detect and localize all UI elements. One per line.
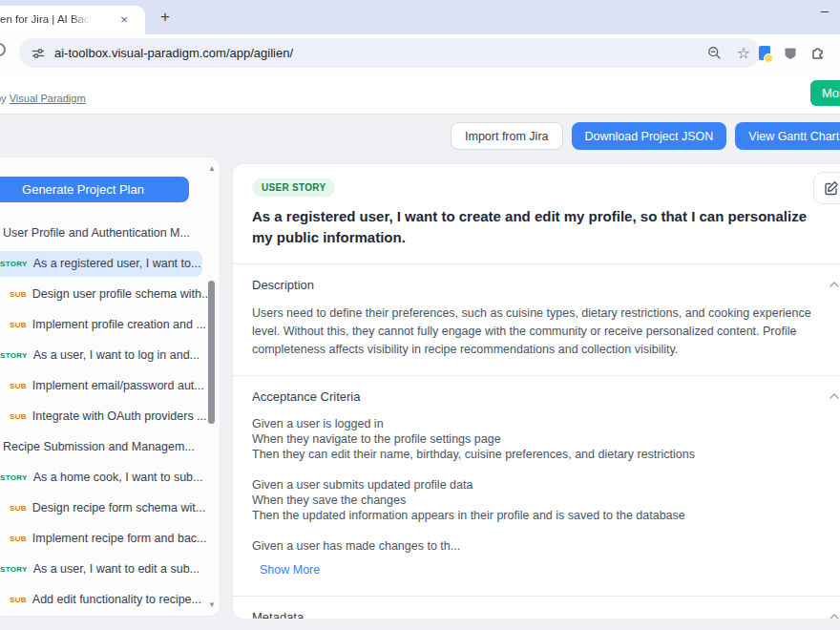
story-badge: STORY [0, 351, 28, 360]
sub-badge: SUB [10, 290, 27, 299]
byline-prefix: by [0, 93, 10, 104]
story-title: As a registered user, I want to create a… [252, 206, 815, 248]
visual-paradigm-link[interactable]: Visual Paradigm [10, 93, 86, 104]
description-section: Description Users need to define their p… [233, 263, 840, 375]
item-label: Design recipe form schema wit... [32, 501, 205, 514]
scroll-up-icon[interactable]: ▲ [207, 164, 217, 173]
item-label: As a user, I want to log in and... [33, 348, 200, 362]
browser-toolbar: ai-toolbox.visual-paradigm.com/app/agili… [0, 34, 840, 72]
item-label: Recipe Submission and Managem... [3, 440, 195, 453]
edit-button[interactable] [813, 172, 840, 204]
acceptance-line: Given a user submits updated profile dat… [252, 477, 840, 493]
acceptance-line [252, 523, 840, 538]
sub-badge: SUB [10, 596, 27, 604]
sidebar-scrollbar[interactable]: ▲ ▼ [207, 161, 217, 612]
story-detail-card: USER STORY As a registered user, I want … [233, 164, 840, 619]
partial-toolbar-icon [0, 43, 6, 56]
acceptance-line: Then the updated information appears in … [252, 508, 840, 523]
site-settings-icon[interactable] [32, 47, 45, 60]
sidebar-item-sub[interactable]: SUBImplement recipe form and bac... [0, 523, 202, 554]
item-label: Design user profile schema with... [32, 287, 212, 301]
item-label: Implement email/password aut... [32, 379, 204, 392]
item-label: User Profile and Authentication M... [3, 226, 190, 240]
sidebar-item-epic[interactable]: User Profile and Authentication M... [0, 218, 202, 248]
zoom-out-icon[interactable] [707, 46, 722, 60]
item-label: As a registered user, I want to... [33, 257, 201, 270]
action-toolbar: Import from Jira Download Project JSON V… [451, 122, 840, 150]
bookmark-star-icon[interactable]: ☆ [737, 44, 750, 62]
sidebar-item-story[interactable]: STORYAs a user, I want to log in and... [0, 340, 202, 370]
acceptance-line: Given a user has made changes to th... [252, 538, 840, 554]
user-story-badge: USER STORY [252, 178, 335, 197]
tab-title: en for Jira | AI Backlog Struc [0, 13, 92, 25]
story-badge: STORY [0, 260, 28, 268]
item-label: Implement recipe form and bac... [32, 532, 207, 545]
download-project-json-button[interactable]: Download Project JSON [572, 122, 727, 150]
app-header: by Visual Paradigm Mor [0, 72, 840, 115]
story-badge: STORY [0, 565, 28, 574]
item-label: As a home cook, I want to sub... [33, 471, 203, 484]
tab-close-icon[interactable]: × [116, 12, 132, 28]
sidebar-item-sub[interactable]: SUBDesign recipe form schema wit... [0, 493, 202, 523]
sub-badge: SUB [10, 321, 27, 329]
sub-badge: SUB [10, 412, 27, 421]
sidebar-item-story-selected[interactable]: STORYAs a registered user, I want to... [0, 251, 202, 277]
more-tools-button[interactable]: Mor [810, 80, 840, 106]
sidebar-item-sub[interactable]: SUBImplement email/password aut... [0, 370, 202, 401]
chevron-up-icon[interactable] [829, 281, 840, 288]
story-badge: STORY [0, 473, 28, 482]
sidebar-item-story[interactable]: STORYAs a user, I want to edit a sub... [0, 554, 202, 584]
item-label: Implement profile creation and ... [32, 318, 206, 331]
backlog-sidebar: Generate Project Plan User Profile and A… [0, 158, 220, 616]
acceptance-line: When they navigate to the profile settin… [252, 431, 840, 447]
acceptance-lines: Given a user is logged in When they navi… [252, 416, 840, 554]
metadata-heading: Metadata [252, 610, 304, 619]
card-header: USER STORY As a registered user, I want … [233, 164, 840, 263]
acceptance-criteria-section: Acceptance Criteria Given a user is logg… [233, 375, 840, 596]
generate-project-plan-button[interactable]: Generate Project Plan [0, 177, 189, 202]
sidebar-item-sub[interactable]: SUBAdd edit functionality to recipe... [0, 584, 202, 615]
backlog-tree: User Profile and Authentication M... STO… [0, 218, 220, 615]
url-text[interactable]: ai-toolbox.visual-paradigm.com/app/agili… [54, 46, 293, 60]
chevron-up-icon[interactable] [829, 392, 840, 400]
view-gantt-chart-button[interactable]: View Gantt Chart [735, 122, 840, 150]
docs-extension-icon[interactable] [759, 46, 770, 60]
sidebar-item-sub[interactable]: SUBImplement profile creation and ... [0, 309, 202, 340]
sub-badge: SUB [10, 504, 27, 513]
shield-extension-icon[interactable] [784, 46, 797, 60]
chevron-up-icon[interactable] [829, 613, 840, 619]
acceptance-line: Given a user is logged in [252, 416, 840, 431]
import-from-jira-button[interactable]: Import from Jira [451, 122, 563, 150]
description-body: Users need to define their preferences, … [252, 304, 836, 360]
item-label: Integrate with OAuth providers ... [32, 410, 207, 423]
sidebar-item-sub[interactable]: SUBDesign user profile schema with... [0, 279, 202, 309]
acceptance-line: When they save the changes [252, 493, 840, 508]
show-more-link[interactable]: Show More [260, 559, 320, 580]
sidebar-item-epic[interactable]: Recipe Submission and Managem... [0, 431, 202, 462]
browser-tab[interactable]: en for Jira | AI Backlog Struc × [0, 6, 145, 34]
byline: by Visual Paradigm [0, 93, 86, 104]
metadata-section: Metadata Priority High Estimate 5 [233, 596, 840, 619]
acceptance-line [252, 462, 840, 477]
scroll-down-icon[interactable]: ▼ [207, 600, 217, 609]
sub-badge: SUB [10, 382, 27, 390]
extensions-puzzle-icon[interactable] [810, 46, 825, 60]
scrollbar-thumb[interactable] [208, 281, 215, 424]
acceptance-line: Then they can edit their name, birthday,… [252, 447, 840, 462]
item-label: As a user, I want to edit a sub... [33, 562, 200, 576]
description-heading: Description [252, 278, 314, 292]
acceptance-heading: Acceptance Criteria [252, 389, 360, 404]
edit-pencil-icon [824, 180, 839, 196]
window-minimize-button[interactable]: – [817, 4, 832, 19]
new-tab-button[interactable]: + [156, 8, 175, 27]
sub-badge: SUB [10, 535, 27, 543]
browser-tabstrip: en for Jira | AI Backlog Struc × + – [0, 0, 840, 34]
address-bar[interactable]: ai-toolbox.visual-paradigm.com/app/agili… [19, 38, 760, 68]
sidebar-item-sub[interactable]: SUBIntegrate with OAuth providers ... [0, 401, 202, 431]
item-label: Add edit functionality to recipe... [32, 593, 201, 606]
sidebar-item-story[interactable]: STORYAs a home cook, I want to sub... [0, 462, 202, 493]
